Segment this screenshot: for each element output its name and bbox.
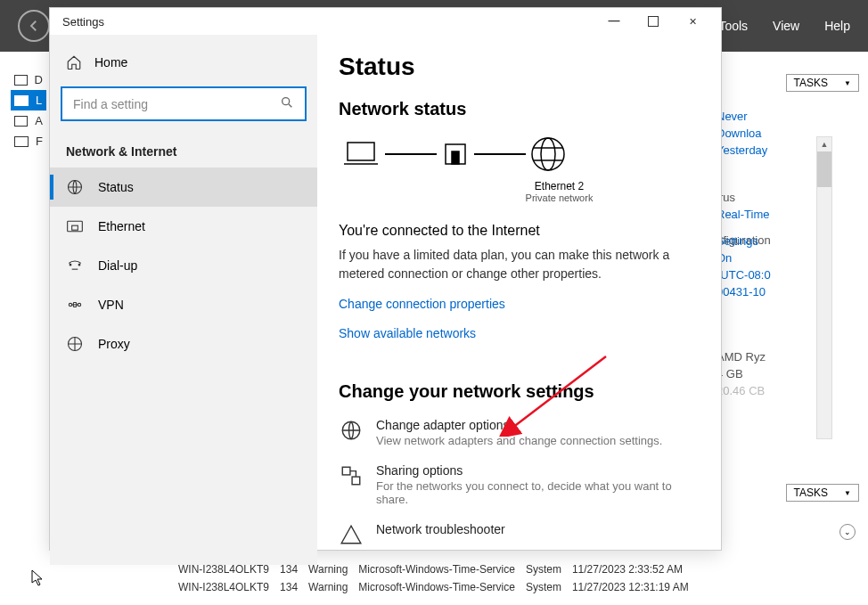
home-link[interactable]: Home — [50, 45, 317, 79]
eth-name: Ethernet 2 — [419, 180, 700, 192]
link-connection-props[interactable]: Change connection properties — [339, 297, 505, 311]
svg-point-7 — [78, 303, 80, 306]
link-utc[interactable]: (UTC-08:0 — [717, 268, 859, 282]
tasks-dropdown-2[interactable]: TASKS▼ — [786, 484, 859, 502]
search-placeholder: Find a setting — [73, 97, 148, 111]
log-row[interactable]: WIN-I238L4OLKT9134WarningMicrosoft-Windo… — [178, 578, 868, 596]
dialup-icon — [66, 257, 84, 274]
search-input[interactable]: Find a setting — [61, 86, 307, 121]
svg-point-6 — [69, 303, 71, 306]
sharing-icon — [339, 463, 364, 488]
link-never[interactable]: Never — [717, 110, 859, 123]
nav-label: Status — [98, 180, 134, 194]
nav-dialup[interactable]: Dial-up — [50, 246, 317, 285]
svg-rect-10 — [348, 143, 374, 160]
settings-sidebar: Home Find a setting Network & Internet S… — [50, 35, 317, 565]
titlebar: Settings — [50, 8, 721, 35]
connected-heading: You're connected to the Internet — [339, 223, 700, 239]
globe-icon — [529, 135, 567, 173]
menu-view[interactable]: View — [773, 19, 799, 33]
home-label: Home — [94, 55, 127, 69]
link-download[interactable]: Downloa — [717, 127, 859, 140]
nav-label: Dial-up — [98, 258, 137, 273]
search-icon — [280, 95, 294, 112]
cursor-icon — [31, 569, 45, 587]
link-available-networks[interactable]: Show available networks — [339, 326, 476, 340]
back-button[interactable] — [18, 10, 50, 42]
label-irus: irus — [717, 191, 859, 204]
svg-point-5 — [78, 264, 80, 266]
menu-tools[interactable]: Tools — [718, 19, 748, 33]
window-title: Settings — [62, 15, 104, 29]
proxy-icon — [66, 335, 84, 353]
ethernet-icon — [66, 217, 84, 235]
option-title: Sharing options — [376, 463, 700, 478]
link-realtime[interactable]: Real-Time — [717, 208, 859, 221]
nav-label: Proxy — [98, 337, 130, 351]
bg-right-panel: TASKS▼ Never Downloa Yesterday irus Real… — [717, 74, 859, 401]
vpn-icon — [66, 296, 84, 314]
svg-rect-17 — [352, 477, 360, 485]
nav-proxy[interactable]: Proxy — [50, 324, 317, 364]
laptop-icon — [340, 139, 381, 169]
link-settings[interactable]: Settings — [717, 234, 859, 248]
network-diagram — [340, 135, 700, 173]
diagram-labels: Ethernet 2 Private network — [419, 180, 700, 203]
svg-point-14 — [541, 138, 555, 170]
page-title: Status — [339, 53, 700, 81]
option-desc: For the networks you connect to, decide … — [376, 479, 700, 506]
nav-ethernet[interactable]: Ethernet — [50, 207, 317, 246]
nav-label: VPN — [98, 298, 124, 312]
maximize-button[interactable] — [634, 8, 673, 35]
option-troubleshoot[interactable]: Network troubleshooter — [339, 522, 700, 547]
option-sharing[interactable]: Sharing options For the networks you con… — [339, 463, 700, 506]
option-adapter[interactable]: Change adapter options View network adap… — [339, 418, 700, 447]
eth-type: Private network — [419, 192, 700, 203]
settings-window: Settings Home Find a setting Network & I… — [49, 7, 722, 551]
option-desc: View network adapters and change connect… — [376, 434, 662, 447]
warning-icon — [339, 522, 364, 547]
tasks-dropdown[interactable]: TASKS▼ — [786, 74, 859, 92]
nav-label: Ethernet — [98, 219, 145, 233]
expand-toggle[interactable]: ⌄ — [839, 524, 856, 540]
nav-vpn[interactable]: VPN — [50, 285, 317, 324]
category-header: Network & Internet — [50, 128, 317, 168]
link-on[interactable]: On — [717, 251, 859, 265]
bg-scrollbar[interactable]: ▲ — [816, 136, 832, 439]
link-00431[interactable]: 00431-10 — [717, 285, 859, 298]
settings-content: Status Network status Ethernet 2 Private… — [317, 35, 721, 565]
nav-status[interactable]: Status — [50, 168, 317, 207]
menu-help[interactable]: Help — [824, 19, 850, 33]
link-yesterday[interactable]: Yesterday — [717, 143, 859, 157]
router-icon — [440, 139, 471, 169]
spec-disk: 20.46 CB — [717, 384, 859, 397]
svg-rect-3 — [72, 225, 78, 230]
bg-side-a[interactable]: A — [11, 110, 46, 131]
connected-body: If you have a limited data plan, you can… — [339, 246, 700, 283]
option-title: Network troubleshooter — [376, 522, 505, 536]
minimize-button[interactable] — [594, 8, 634, 35]
adapter-icon — [339, 418, 364, 443]
network-status-title: Network status — [339, 99, 700, 119]
option-title: Change adapter options — [376, 418, 662, 432]
globe-grid-icon — [66, 178, 84, 196]
bg-side-f[interactable]: F — [11, 131, 46, 151]
bg-side-d[interactable]: D — [11, 69, 46, 90]
spec-ram: 4 GB — [717, 367, 859, 380]
svg-rect-16 — [342, 467, 350, 475]
svg-point-0 — [283, 98, 290, 105]
svg-rect-12 — [452, 151, 459, 164]
close-button[interactable] — [673, 8, 712, 35]
svg-point-13 — [532, 138, 564, 170]
change-settings-title: Change your network settings — [339, 381, 700, 402]
bg-side-l[interactable]: L — [11, 90, 46, 110]
home-icon — [66, 54, 82, 70]
svg-point-4 — [70, 264, 71, 266]
bg-sidebar: D L A F — [11, 69, 46, 151]
spec-cpu: AMD Ryz — [717, 350, 859, 364]
